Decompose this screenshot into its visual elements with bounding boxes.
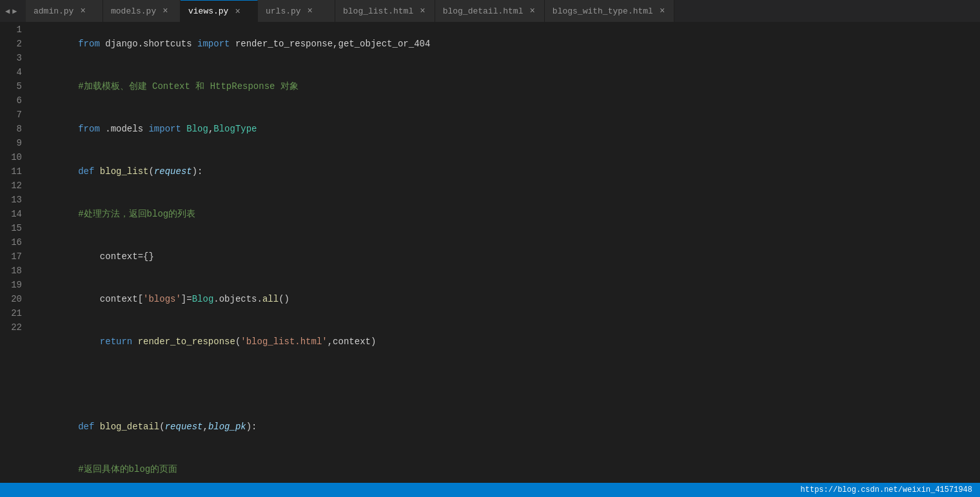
line-num-22: 22 [5, 320, 22, 335]
tab-blog-list-html[interactable]: blog_list.html × [335, 0, 435, 23]
tab-bar: ◀ ▶ admin.py × models.py × views.py × ur… [0, 0, 980, 23]
tab-label-views-py: views.py [188, 6, 228, 16]
tab-label-blog-list-html: blog_list.html [343, 6, 413, 16]
line-numbers: 1 2 3 4 5 6 7 8 9 10 11 12 13 14 15 16 1… [0, 23, 32, 483]
nav-left-icon[interactable]: ◀ [5, 6, 10, 16]
line-num-3: 3 [5, 51, 22, 65]
tab-close-blogs-with-type-html[interactable]: × [658, 5, 666, 17]
tab-close-models-py[interactable]: × [161, 5, 169, 17]
code-line-5: #处理方法，返回blog的列表 [35, 193, 980, 235]
status-bar: https://blog.csdn.net/weixin_41571948 [0, 483, 980, 497]
code-line-2: #加载模板、创建 Context 和 HttpResponse 对象 [35, 65, 980, 108]
code-lines[interactable]: from django.shortcuts import render_to_r… [32, 23, 980, 483]
tab-close-views-py[interactable]: × [233, 5, 241, 18]
code-line-9 [35, 363, 980, 405]
tab-views-py[interactable]: views.py × [181, 0, 258, 23]
tab-label-blogs-with-type-html: blogs_with_type.html [553, 6, 653, 16]
code-line-6: context={} [35, 235, 980, 278]
line-num-16: 16 [5, 235, 22, 249]
line-num-21: 21 [5, 306, 22, 320]
line-num-13: 13 [5, 193, 22, 207]
tab-close-blog-list-html[interactable]: × [418, 5, 426, 17]
nav-right-icon[interactable]: ▶ [12, 6, 17, 16]
line-num-10: 10 [5, 150, 22, 164]
line-num-1: 1 [5, 23, 22, 37]
tab-close-urls-py[interactable]: × [306, 5, 314, 17]
line-num-4: 4 [5, 65, 22, 79]
line-num-15: 15 [5, 221, 22, 235]
status-url: https://blog.csdn.net/weixin_41571948 [801, 485, 972, 494]
line-num-7: 7 [5, 108, 22, 122]
tab-models-py[interactable]: models.py × [103, 0, 181, 23]
line-num-5: 5 [5, 79, 22, 93]
editor: 1 2 3 4 5 6 7 8 9 10 11 12 13 14 15 16 1… [0, 23, 980, 483]
line-num-9: 9 [5, 136, 22, 150]
tab-admin-py[interactable]: admin.py × [26, 0, 103, 23]
line-num-17: 17 [5, 249, 22, 264]
code-line-7: context['blogs']=Blog.objects.all() [35, 278, 980, 320]
tab-blogs-with-type-html[interactable]: blogs_with_type.html × [545, 0, 674, 23]
tab-label-blog-detail-html: blog_detail.html [443, 6, 524, 16]
tab-urls-py[interactable]: urls.py × [258, 0, 335, 23]
line-num-6: 6 [5, 93, 22, 108]
line-num-20: 20 [5, 292, 22, 306]
line-num-14: 14 [5, 207, 22, 221]
code-container: 1 2 3 4 5 6 7 8 9 10 11 12 13 14 15 16 1… [0, 23, 980, 483]
tab-close-blog-detail-html[interactable]: × [528, 5, 536, 17]
tab-blog-detail-html[interactable]: blog_detail.html × [435, 0, 545, 23]
line-num-12: 12 [5, 179, 22, 193]
code-line-11: #返回具体的blog的页面 [35, 448, 980, 483]
code-line-8: return render_to_response('blog_list.htm… [35, 320, 980, 363]
tab-label-admin-py: admin.py [34, 6, 74, 16]
code-line-10: def blog_detail(request,blog_pk): [35, 405, 980, 448]
tab-label-urls-py: urls.py [266, 6, 301, 16]
code-line-4: def blog_list(request): [35, 150, 980, 193]
tab-close-admin-py[interactable]: × [79, 5, 86, 17]
line-num-2: 2 [5, 37, 22, 51]
tab-nav-arrows[interactable]: ◀ ▶ [0, 6, 26, 16]
line-num-19: 19 [5, 278, 22, 292]
code-line-1: from django.shortcuts import render_to_r… [35, 23, 980, 65]
tab-label-models-py: models.py [111, 6, 156, 16]
line-num-8: 8 [5, 122, 22, 136]
line-num-18: 18 [5, 264, 22, 278]
line-num-11: 11 [5, 164, 22, 179]
code-line-3: from .models import Blog,BlogType [35, 108, 980, 150]
